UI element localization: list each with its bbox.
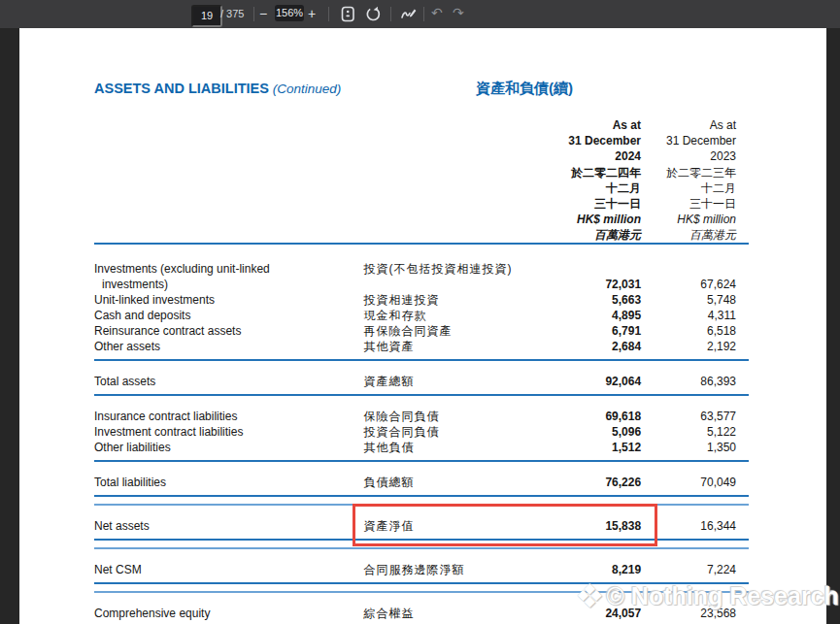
row-label-en: Investment contract liabilities — [94, 424, 364, 440]
table-row: Unit-linked investments投資相連投資5,6635,748 — [94, 292, 749, 308]
row-value-2024: 8,219 — [524, 562, 641, 577]
table-rule — [94, 394, 749, 396]
header-line: 三十一日 — [568, 196, 641, 212]
table-rule — [94, 460, 749, 462]
row-label-en: Reinsurance contract assets — [94, 323, 364, 339]
row-label-en: Insurance contract liabilities — [94, 409, 364, 424]
page-number-input[interactable] — [191, 5, 222, 27]
row-label-zh: 綜合權益 — [364, 606, 525, 621]
row-label-zh: 負債總額 — [364, 475, 525, 490]
row-label-en: Total liabilities — [94, 475, 364, 490]
toolbar-divider — [423, 7, 424, 21]
column-header-2024: As at 31 December 2024 於二零二四年 十二月 三十一日 H… — [568, 117, 641, 244]
table-row: Other liabilities其他負債1,5121,350 — [94, 440, 749, 455]
header-line: As at — [568, 117, 641, 133]
header-line: 31 December — [666, 133, 736, 148]
section-heading-suffix: (Continued) — [269, 82, 341, 96]
fit-page-icon[interactable] — [341, 6, 356, 22]
row-value-2023: 7,224 — [641, 562, 749, 577]
row-value-2024: 5,663 — [524, 292, 641, 308]
pdf-toolbar: / 375 − 156% + ↶ ↷ — [0, 0, 840, 28]
row-label-en: Investments (excluding unit-linkedinvest… — [94, 261, 364, 292]
header-line: 百萬港元 — [568, 227, 641, 243]
table-row: Investments (excluding unit-linkedinvest… — [94, 261, 749, 292]
table-row: Total liabilities負債總額76,22670,049 — [94, 475, 749, 490]
row-value-2023: 2,192 — [641, 339, 749, 354]
row-label-zh: 合同服務邊際淨額 — [364, 562, 525, 577]
table-rule — [94, 359, 749, 361]
row-label-zh: 再保險合同資產 — [364, 323, 525, 339]
header-line: 三十一日 — [666, 196, 736, 212]
toolbar-divider — [328, 7, 329, 21]
row-label-en: Unit-linked investments — [94, 292, 364, 308]
row-value-2023: 86,393 — [641, 374, 749, 389]
redo-icon[interactable]: ↷ — [453, 5, 464, 21]
row-label-zh: 其他資產 — [364, 339, 525, 354]
row-value-2023: 16,344 — [641, 518, 749, 534]
row-label-zh: 現金和存款 — [364, 308, 525, 323]
section-heading-zh: 資產和負債(續) — [476, 80, 573, 98]
row-label-en: Other liabilities — [94, 440, 364, 455]
row-value-2024: 1,512 — [524, 440, 641, 455]
table-rule — [94, 495, 749, 506]
row-value-2024: 2,684 — [524, 339, 641, 354]
row-value-2023: 5,122 — [641, 424, 749, 440]
header-line: 百萬港元 — [666, 227, 736, 243]
header-line: 31 December — [568, 133, 641, 148]
header-line: As at — [666, 117, 736, 133]
toolbar-divider — [253, 7, 254, 21]
table-row: Cash and deposits現金和存款4,8954,311 — [94, 308, 749, 323]
rotate-icon[interactable] — [365, 6, 381, 22]
row-value-2024: 92,064 — [524, 374, 641, 389]
watermark-logo-icon: ❖ — [575, 579, 604, 612]
header-line: HK$ million — [568, 212, 641, 227]
row-value-2023: 4,311 — [641, 308, 749, 323]
row-label-zh: 投資(不包括投資相連投資) — [364, 261, 525, 277]
table-row: Net CSM合同服務邊際淨額8,2197,224 — [94, 562, 749, 577]
row-label-en: Cash and deposits — [94, 308, 364, 323]
header-line: HK$ million — [666, 212, 736, 227]
zoom-level-value[interactable]: 156% — [275, 5, 304, 21]
row-label-en: Total assets — [94, 374, 364, 389]
table-row: Investment contract liabilities投資合同負債5,0… — [94, 424, 749, 440]
annotate-pen-icon[interactable] — [400, 5, 416, 21]
row-value-2023: 5,748 — [641, 292, 749, 308]
row-value-2024: 4,895 — [524, 308, 641, 323]
row-value-2024: 15,838 — [524, 518, 641, 534]
row-value-2023: 67,624 — [641, 277, 749, 292]
row-label-zh: 投資合同負債 — [364, 424, 525, 440]
row-value-2024: 5,096 — [524, 424, 641, 440]
table-row: Other assets其他資產2,6842,192 — [94, 339, 749, 354]
row-label-zh: 資產淨值 — [364, 518, 525, 534]
table-row: Reinsurance contract assets再保險合同資產6,7916… — [94, 323, 749, 339]
page-total-label: / 375 — [220, 7, 244, 21]
header-line: 十二月 — [568, 181, 641, 196]
header-line: 於二零二三年 — [666, 165, 736, 181]
column-header-2023: As at 31 December 2023 於二零二三年 十二月 三十一日 H… — [666, 117, 736, 244]
watermark-text: © Nothing Research — [606, 582, 838, 610]
row-label-en: Net CSM — [94, 562, 364, 577]
row-value-2024: 72,031 — [524, 277, 641, 292]
row-value-2024: 69,618 — [524, 409, 641, 424]
row-label-zh: 其他負債 — [364, 440, 525, 455]
row-value-2023: 63,577 — [641, 409, 749, 424]
header-line: 十二月 — [666, 181, 736, 196]
zoom-out-button[interactable]: − — [259, 6, 267, 21]
watermark: ❖ © Nothing Research — [575, 579, 839, 612]
toolbar-divider — [390, 7, 391, 21]
table-row: Net assets資產淨值15,83816,344 — [94, 518, 749, 534]
row-value-2023: 1,350 — [641, 440, 749, 455]
row-value-2024: 6,791 — [524, 323, 641, 339]
header-line: 2024 — [568, 148, 641, 164]
pdf-page: ASSETS AND LIABILITIES (Continued) 資產和負債… — [19, 28, 826, 624]
header-line: 2023 — [666, 148, 736, 164]
zoom-in-button[interactable]: + — [308, 6, 316, 21]
undo-icon[interactable]: ↶ — [431, 5, 443, 21]
row-label-zh: 保險合同負債 — [364, 409, 525, 424]
section-heading-en: ASSETS AND LIABILITIES — [94, 81, 269, 96]
row-value-2023: 6,518 — [641, 323, 749, 339]
table-row: Insurance contract liabilities保險合同負債69,6… — [94, 409, 749, 424]
row-label-en: Other assets — [94, 339, 364, 354]
table-rule — [94, 539, 749, 549]
row-label-zh: 投資相連投資 — [364, 292, 525, 308]
